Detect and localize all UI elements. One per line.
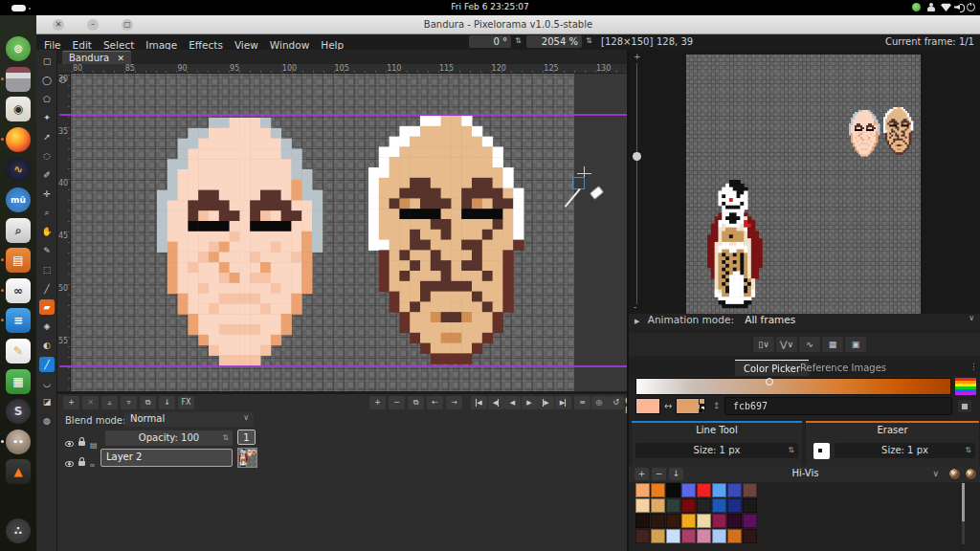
canvas-option-icon-3[interactable]: ▦	[822, 337, 843, 352]
cel-thumbnail[interactable]	[237, 448, 257, 468]
timeline-option-2[interactable]: ↺	[608, 396, 624, 409]
palette-color-swatch[interactable]	[727, 483, 742, 497]
hex-color-input[interactable]: fcb697	[724, 397, 952, 415]
drawing-canvas[interactable]	[71, 74, 574, 391]
frame-button-3[interactable]: ←	[427, 396, 443, 409]
hue-palette-button[interactable]	[955, 378, 976, 395]
tab-close-icon[interactable]: ✕	[117, 54, 124, 63]
rotation-spinner[interactable]: 0 °	[469, 35, 511, 48]
palette-color-swatch[interactable]	[635, 514, 650, 528]
palette-edit-icon[interactable]	[948, 468, 961, 480]
timeline-option-1[interactable]: ◎	[591, 396, 608, 409]
secondary-color-swatch[interactable]	[676, 398, 701, 414]
eraser-brush-preview[interactable]	[813, 443, 830, 459]
palette-color-swatch[interactable]	[727, 529, 742, 543]
layer-button-2[interactable]: ▵	[101, 396, 118, 409]
timeline-option-0[interactable]: ≡	[574, 396, 590, 409]
color-gradient-slider[interactable]	[635, 378, 951, 395]
tool-lasso[interactable]: ◌	[39, 148, 55, 164]
default-colors-icon[interactable]	[699, 398, 708, 414]
reset-colors-icon[interactable]: ↥	[713, 401, 721, 410]
playback-button-3[interactable]: ▶	[522, 396, 538, 409]
dock-item-music-player[interactable]: ◉	[6, 97, 31, 121]
frame-button-2[interactable]: ⧉	[408, 396, 424, 409]
tool-curve[interactable]: ◡	[39, 376, 55, 391]
palette-add-button[interactable]: +	[635, 468, 649, 480]
panel-menu-icon[interactable]: ⋮	[969, 362, 978, 371]
tool-crop[interactable]: ⬚	[39, 262, 55, 277]
playback-button-4[interactable]: ▶	[538, 396, 554, 409]
tool-ellipse-select[interactable]: ◯	[39, 73, 55, 88]
tool-select-by-color[interactable]: ✦	[39, 110, 55, 125]
vertical-ruler[interactable]: 303540455055	[57, 74, 71, 391]
layer-name-field[interactable]: Layer 2	[100, 449, 233, 467]
system-clock[interactable]: Fri Feb 6 23:25:07	[0, 2, 980, 11]
app-indicator-icon[interactable]	[912, 3, 921, 11]
zoom-spinner[interactable]: 2054 %	[526, 35, 582, 48]
animation-mode-value[interactable]: All frames	[745, 314, 795, 325]
guide-top[interactable]	[59, 114, 627, 116]
canvas-option-icon-0[interactable]: ▯∨	[753, 337, 774, 352]
tool-bucket[interactable]: ◈	[39, 319, 55, 334]
dock-item-firefox[interactable]	[6, 127, 31, 152]
palette-color-swatch[interactable]	[635, 483, 650, 497]
dock-item-gimp[interactable]: ••	[6, 430, 31, 454]
document-tab[interactable]: Bandura ✕	[62, 51, 131, 64]
palette-name-dropdown[interactable]: Hi-Vis	[724, 468, 886, 478]
guide-bottom[interactable]	[59, 365, 627, 367]
palette-import-button[interactable]: ↓	[669, 468, 683, 480]
palette-remove-button[interactable]: −	[652, 468, 666, 480]
dock-item-musescore[interactable]: mû	[6, 187, 31, 212]
horizontal-ruler[interactable]: 80859095100105110115120125130	[57, 64, 627, 74]
frame-button-0[interactable]: +	[369, 396, 386, 409]
layer-button-0[interactable]: +	[63, 396, 79, 409]
tool-pencil[interactable]: ╱	[39, 281, 55, 297]
palette-color-swatch[interactable]	[743, 483, 757, 497]
animation-mode-row[interactable]: ▶ Animation mode: All frames ∨	[629, 314, 980, 329]
dock-item-share-tool[interactable]: ∴	[6, 518, 31, 543]
dock-item-libreoffice-writer[interactable]: ≡	[6, 308, 31, 333]
zoom-spin-arrows[interactable]: ⇅	[586, 36, 592, 45]
preview-zoom-slider[interactable]	[636, 63, 637, 304]
layer-button-5[interactable]: ↓	[159, 396, 175, 409]
tool-pan[interactable]: ✋	[39, 224, 55, 239]
palette-color-swatch[interactable]	[712, 483, 726, 497]
tool-magic-wand[interactable]: ➚	[39, 129, 55, 144]
palette-color-swatch[interactable]	[697, 514, 711, 528]
canvas-area[interactable]	[71, 74, 627, 391]
preview-zoom-out[interactable]: -	[634, 302, 636, 312]
playback-button-2[interactable]: ◀	[504, 396, 521, 409]
dock-item-keepassxc[interactable]: ⊚	[6, 36, 31, 61]
palette-scrollbar[interactable]	[962, 483, 965, 544]
canvas-option-icon-1[interactable]: ⋁∨	[776, 337, 797, 352]
palette-color-swatch[interactable]	[727, 498, 742, 513]
tool-rectangle-select[interactable]: ▢	[39, 54, 55, 69]
tool-rectangle[interactable]: ◪	[39, 394, 55, 409]
palette-color-swatch[interactable]	[712, 514, 726, 528]
palette-color-swatch[interactable]	[712, 498, 726, 513]
palette-color-swatch[interactable]	[666, 483, 680, 497]
swap-colors-icon[interactable]: ↔	[664, 401, 672, 411]
layer-button-6[interactable]: FX	[178, 396, 194, 409]
rotation-spin-arrows[interactable]: ⇅	[515, 36, 522, 45]
palette-color-swatch[interactable]	[681, 529, 696, 543]
playback-button-5[interactable]: ▶	[555, 396, 571, 409]
preview-zoom-handle[interactable]	[633, 152, 641, 161]
frame-button-4[interactable]: →	[446, 396, 462, 409]
canvas-option-icon-2[interactable]: ∿	[799, 337, 820, 352]
dock-item-file-manager[interactable]	[6, 67, 31, 92]
volume-icon[interactable]	[954, 3, 965, 11]
palette-color-swatch[interactable]	[697, 483, 711, 497]
palette-color-swatch[interactable]	[651, 483, 665, 497]
user-indicator-icon[interactable]	[926, 3, 935, 12]
dock-item-screen-recorder[interactable]: S	[6, 399, 31, 424]
blend-mode-dropdown[interactable]: Normal ∨	[124, 412, 254, 427]
dock-item-text-editor[interactable]: ✎	[6, 339, 31, 364]
palette-color-swatch[interactable]	[651, 498, 665, 513]
palette-color-swatch[interactable]	[681, 514, 696, 528]
canvas-option-icon-4[interactable]: ▣	[845, 337, 866, 352]
tab-reference-images[interactable]: Reference Images	[791, 360, 895, 376]
dock-item-screenshot-tool[interactable]: ⌕	[6, 218, 31, 243]
tool-polygon-select[interactable]: ⬠	[39, 92, 55, 107]
palette-color-swatch[interactable]	[743, 514, 757, 528]
